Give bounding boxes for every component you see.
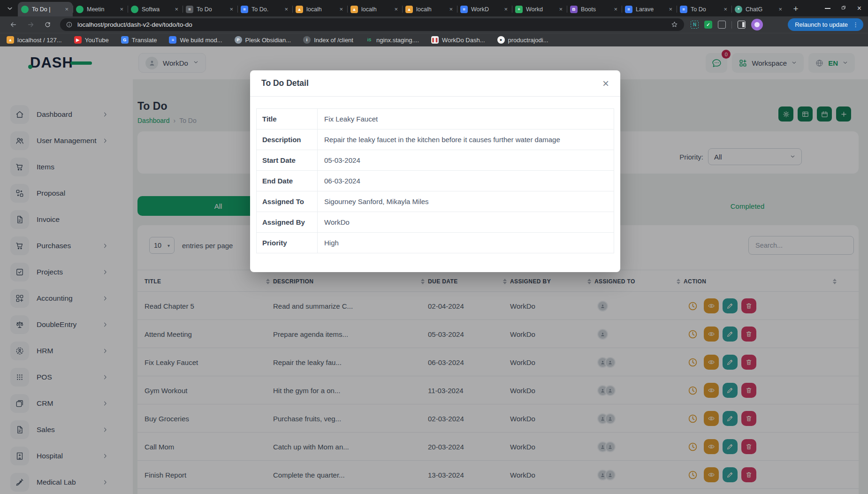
tab-close-icon[interactable]: × <box>613 6 618 13</box>
browser-menu-icon[interactable]: ⋮ <box>853 21 859 28</box>
tab-favicon-dash <box>21 6 29 13</box>
bookmark-label: Plesk Obsidian... <box>245 37 291 44</box>
browser-tab[interactable]: ▲localh× <box>347 2 402 16</box>
tab-search-chevron-icon[interactable] <box>5 4 15 13</box>
tab-favicon-dark: ≡ <box>186 6 193 13</box>
site-info-icon[interactable] <box>66 21 73 28</box>
field-value: Repair the leaky faucet in the kitchen b… <box>318 129 614 150</box>
bookmark-favicon-gh: ● <box>497 36 505 44</box>
bookmark-label: WorkDo Dash... <box>442 37 485 44</box>
bookmark-item[interactable]: ❚❚WorkDo Dash... <box>431 36 485 44</box>
bookmark-star-icon[interactable] <box>670 21 678 29</box>
tab-favicon-dash <box>131 6 138 13</box>
browser-tab[interactable]: Meetin× <box>73 2 128 16</box>
tab-title: Boots <box>581 6 611 13</box>
address-bar[interactable]: localhost/product/dash-v2-dev/todo/to-do <box>60 18 684 31</box>
browser-tab[interactable]: BBoots× <box>567 2 622 16</box>
profile-avatar[interactable] <box>751 19 763 30</box>
bookmark-label: We build mod... <box>180 37 222 44</box>
tab-close-icon[interactable]: × <box>228 6 234 13</box>
browser-tab[interactable]: *ChatG× <box>731 2 786 16</box>
reload-icon[interactable] <box>44 21 51 28</box>
bookmark-item[interactable]: GTranslate <box>121 36 157 44</box>
browser-tab[interactable]: ≡To Do× <box>183 2 237 16</box>
tab-favicon-pma: ▲ <box>350 6 358 13</box>
bookmark-item[interactable]: PPlesk Obsidian... <box>235 36 291 44</box>
bookmark-item[interactable]: ▶YouTube <box>74 36 109 44</box>
forward-icon[interactable] <box>27 21 35 29</box>
relaunch-to-update-button[interactable]: Relaunch to update ⋮ <box>788 18 863 31</box>
tab-close-icon[interactable]: × <box>64 6 69 13</box>
tab-title: localh <box>306 6 336 13</box>
browser-tab[interactable]: ≡WorkD× <box>457 2 512 16</box>
relaunch-label: Relaunch to update <box>795 21 848 28</box>
bookmark-favicon-plesk: P <box>235 36 242 44</box>
tab-close-icon[interactable]: × <box>558 6 563 13</box>
bookmark-item[interactable]: ≡We build mod... <box>169 36 222 44</box>
tab-title: WorkD <box>471 6 501 13</box>
extension-clipboard-icon[interactable] <box>718 21 726 29</box>
bookmark-item[interactable]: iSnginx.staging.... <box>365 36 419 44</box>
tab-title: Softwa <box>142 6 172 13</box>
bookmark-item[interactable]: ▲localhost / 127... <box>7 36 62 44</box>
back-icon[interactable] <box>9 21 17 29</box>
restore-icon[interactable] <box>841 4 847 13</box>
tab-title: ChatG <box>746 6 776 13</box>
tab-close-icon[interactable]: × <box>119 6 124 13</box>
tab-close-icon[interactable]: × <box>393 6 399 13</box>
modal-field-row: End Date06-03-2024 <box>257 171 614 191</box>
field-label: End Date <box>257 171 318 191</box>
field-label: Description <box>257 129 318 150</box>
field-value: WorkDo <box>318 212 614 232</box>
tab-close-icon[interactable]: × <box>668 6 673 13</box>
tab-title: Workd <box>526 6 556 13</box>
tab-close-icon[interactable]: × <box>338 6 344 13</box>
browser-tab[interactable]: ≡To Do.× <box>237 2 292 16</box>
browser-tab[interactable]: Softwa× <box>128 2 183 16</box>
bookmark-favicon-pma: ▲ <box>7 36 14 44</box>
bookmark-item[interactable]: iIndex of /client <box>303 36 353 44</box>
modal-field-table: TitleFix Leaky FaucetDescriptionRepair t… <box>256 108 614 253</box>
tab-close-icon[interactable]: × <box>283 6 289 13</box>
browser-tab[interactable]: ▲localh× <box>292 2 347 16</box>
close-window-icon[interactable]: × <box>857 5 861 12</box>
tab-favicon-blue: ≡ <box>460 6 468 13</box>
url-text: localhost/product/dash-v2-dev/todo/to-do <box>77 21 670 28</box>
side-panel-icon[interactable] <box>738 21 746 29</box>
browser-tab-strip: To Do |×Meetin×Softwa×≡To Do×≡To Do.×▲lo… <box>0 0 868 16</box>
modal-close-icon[interactable]: × <box>602 78 609 89</box>
bookmark-favicon-tr: G <box>121 36 129 44</box>
browser-tab[interactable]: +Workd× <box>512 2 567 16</box>
field-value: High <box>318 233 614 253</box>
field-value: Sigourney Sanford, Mikayla Miles <box>318 191 614 212</box>
window-controls: × <box>825 0 861 16</box>
extension-n-icon[interactable]: N <box>691 21 699 29</box>
new-tab-button[interactable]: + <box>790 3 801 15</box>
browser-tabs: To Do |×Meetin×Softwa×≡To Do×≡To Do.×▲lo… <box>18 2 786 16</box>
tab-favicon-openai: * <box>735 6 742 13</box>
bookmark-favicon-yt: ▶ <box>74 36 82 44</box>
tab-close-icon[interactable]: × <box>777 6 783 13</box>
browser-tab[interactable]: ▲localh× <box>402 2 457 16</box>
bookmark-label: YouTube <box>85 37 109 44</box>
tab-close-icon[interactable]: × <box>503 6 509 13</box>
tab-close-icon[interactable]: × <box>723 6 728 13</box>
tab-close-icon[interactable]: × <box>448 6 454 13</box>
tab-title: Meetin <box>87 6 117 13</box>
browser-tab[interactable]: ≡To Do× <box>677 2 731 16</box>
browser-tab[interactable]: ≡Larave× <box>622 2 677 16</box>
bookmark-label: localhost / 127... <box>17 37 62 44</box>
divider <box>731 21 732 29</box>
tab-close-icon[interactable]: × <box>174 6 179 13</box>
bookmark-item[interactable]: ●productrajodi... <box>497 36 548 44</box>
bookmarks-bar: ▲localhost / 127...▶YouTubeGTranslate≡We… <box>0 33 868 46</box>
tab-favicon-blue: ≡ <box>680 6 687 13</box>
field-label: Assigned To <box>257 191 318 212</box>
browser-toolbar: localhost/product/dash-v2-dev/todo/to-do… <box>0 16 868 33</box>
extension-mail-icon[interactable]: ✓ <box>704 21 712 29</box>
tab-favicon-pma: ▲ <box>405 6 413 13</box>
browser-tab[interactable]: To Do |× <box>18 2 73 16</box>
minimize-icon[interactable] <box>825 8 830 9</box>
field-label: Start Date <box>257 150 318 170</box>
bookmark-label: Index of /client <box>314 37 353 44</box>
